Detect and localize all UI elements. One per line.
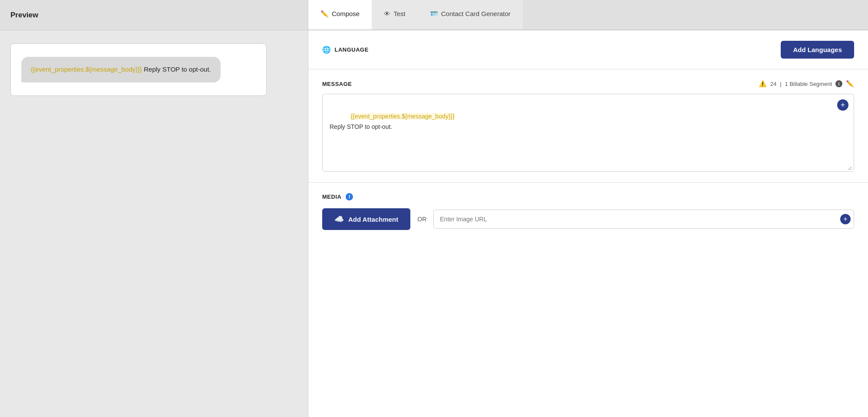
add-attachment-label: Add Attachment [348, 216, 398, 223]
add-languages-button[interactable]: Add Languages [781, 41, 854, 59]
media-section: MEDIA i ☁️ Add Attachment OR + [308, 183, 868, 240]
message-label: MESSAGE [322, 81, 352, 87]
media-label-text: MEDIA [322, 194, 341, 200]
message-plus-button[interactable]: + [837, 99, 848, 111]
contact-card-icon: 🪪 [430, 10, 438, 18]
message-section-header: MESSAGE ⚠️ 24 | 1 Billable Segment i ✏️ [322, 80, 854, 88]
right-content: 🌐 LANGUAGE Add Languages MESSAGE ⚠️ 24 |… [308, 30, 868, 417]
language-label: 🌐 LANGUAGE [322, 46, 369, 54]
image-url-input[interactable] [433, 210, 854, 229]
url-plus-button[interactable]: + [840, 214, 851, 224]
preview-header: Preview [0, 0, 308, 30]
left-panel: Preview {{event_properties.${message_bod… [0, 0, 308, 417]
warning-icon: ⚠️ [759, 80, 767, 88]
language-section-header: 🌐 LANGUAGE Add Languages [322, 41, 854, 59]
message-static-text: Reply STOP to opt-out. [330, 123, 392, 130]
right-panel: ✏️ Compose 👁 Test 🪪 Contact Card Generat… [308, 0, 868, 417]
message-bubble-text: {{event_properties.${message_body}}} Rep… [31, 65, 211, 75]
test-icon: 👁 [384, 10, 390, 17]
message-textarea-wrapper: {{event_properties.${message_body}}} Rep… [322, 94, 854, 172]
url-input-wrapper: + [433, 210, 854, 229]
segment-info-icon[interactable]: i [835, 80, 842, 87]
or-label: OR [417, 216, 426, 223]
upload-icon: ☁️ [334, 214, 344, 224]
tabs-bar: ✏️ Compose 👁 Test 🪪 Contact Card Generat… [308, 0, 868, 30]
segment-separator: | [780, 81, 781, 87]
message-textarea-content[interactable]: {{event_properties.${message_body}}} Rep… [330, 101, 847, 142]
message-bubble-container: {{event_properties.${message_body}}} Rep… [10, 43, 267, 96]
preview-body: {{event_properties.${message_body}}} Rep… [0, 30, 308, 417]
message-section: MESSAGE ⚠️ 24 | 1 Billable Segment i ✏️ … [308, 69, 868, 183]
tab-compose[interactable]: ✏️ Compose [308, 0, 372, 30]
message-template-var: {{event_properties.${message_body}}} [350, 113, 455, 120]
bubble-template-var: {{event_properties.${message_body}}} [31, 66, 142, 73]
media-row: ☁️ Add Attachment OR + [322, 208, 854, 230]
tab-test[interactable]: 👁 Test [372, 0, 418, 30]
tab-contact-card-generator[interactable]: 🪪 Contact Card Generator [418, 0, 523, 30]
message-meta: ⚠️ 24 | 1 Billable Segment i ✏️ [759, 80, 854, 88]
message-bubble: {{event_properties.${message_body}}} Rep… [21, 57, 221, 82]
edit-icon[interactable]: ✏️ [846, 80, 854, 88]
bubble-static-text: Reply STOP to opt-out. [142, 66, 211, 73]
language-section: 🌐 LANGUAGE Add Languages [308, 30, 868, 69]
media-label: MEDIA i [322, 193, 854, 200]
language-label-text: LANGUAGE [335, 46, 369, 53]
globe-icon: 🌐 [322, 46, 331, 54]
add-attachment-button[interactable]: ☁️ Add Attachment [322, 208, 410, 230]
segment-info: 1 Billable Segment [785, 81, 832, 87]
tab-test-label: Test [393, 10, 406, 17]
compose-icon: ✏️ [320, 10, 329, 18]
resize-handle[interactable]: ⊿ [848, 165, 853, 171]
tab-compose-label: Compose [332, 10, 360, 17]
tab-contact-card-label: Contact Card Generator [441, 10, 511, 17]
char-count: 24 [770, 81, 776, 87]
preview-title: Preview [10, 11, 38, 20]
media-info-icon[interactable]: i [346, 193, 353, 200]
